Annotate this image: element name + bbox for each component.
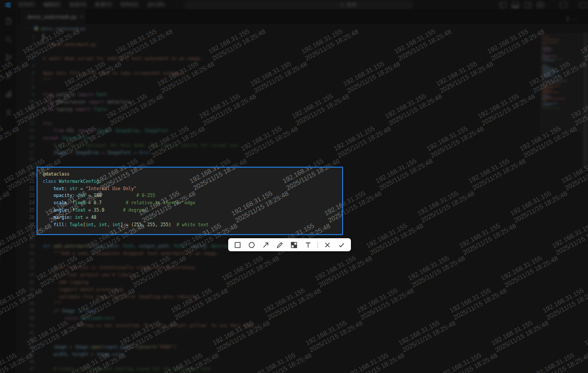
- code-line[interactable]: 3: [18, 48, 540, 55]
- minimap-line: [542, 94, 546, 95]
- search-icon[interactable]: [3, 34, 14, 44]
- nav-forward-button[interactable]: →: [174, 2, 179, 7]
- code-line[interactable]: 14 from PIL import Image, ImageDraw, Ima…: [18, 127, 540, 134]
- editor-actions[interactable]: ⫿⋯: [567, 16, 581, 22]
- menu-item[interactable]: 查看(V): [92, 1, 114, 9]
- code-line[interactable]: 39 if Image is None:: [18, 307, 540, 314]
- extensions-icon[interactable]: [3, 89, 14, 99]
- code-line[interactable]: 6Open this file in VS Code to take scree…: [18, 69, 540, 77]
- code-line[interactable]: 32: [18, 257, 540, 264]
- activity-bar[interactable]: [0, 9, 17, 373]
- line-number: 13: [18, 121, 40, 126]
- code-line[interactable]: 41 "Pillow is not installed. Run 'pip in…: [18, 322, 540, 329]
- line-number: 37: [18, 294, 40, 299]
- run-debug-icon[interactable]: [3, 71, 14, 81]
- tool-arrow-button[interactable]: [261, 240, 271, 250]
- breadcrumb-file[interactable]: demo_watermark.py: [41, 26, 86, 31]
- code-line[interactable]: 15except ImportError:: [18, 134, 540, 142]
- code-line[interactable]: 5: [18, 62, 540, 69]
- menu-bar[interactable]: 文件(F)编辑(E)选择(S)查看(V)转到(G)运行(R): [16, 0, 167, 9]
- menu-item[interactable]: 文件(F): [16, 1, 37, 9]
- toolbar-separator: [317, 242, 318, 248]
- code-line[interactable]: 33 This function is intentionally simple…: [18, 264, 540, 272]
- toggle-sidebar-icon[interactable]: [499, 2, 507, 8]
- line-number: 11: [18, 107, 40, 112]
- tool-ellipse-button[interactable]: [247, 240, 256, 250]
- notifications-icon[interactable]: [560, 2, 567, 8]
- code-line[interactable]: 12: [18, 113, 540, 120]
- minimap-line: [542, 97, 551, 98]
- tool-rectangle-button[interactable]: [233, 240, 242, 250]
- line-number: 46: [18, 359, 40, 364]
- line-content: - add logging: [43, 279, 88, 285]
- code-line[interactable]: 40 raise RuntimeError(: [18, 314, 540, 322]
- breadcrumb[interactable]: ⋯ › demo_watermark.py: [18, 24, 588, 32]
- tab-demo-watermark[interactable]: demo_watermark.py ×: [20, 9, 86, 24]
- code-line[interactable]: 46: [18, 358, 540, 365]
- line-content: "Pillow is not installed. Run 'pip insta…: [43, 323, 260, 328]
- nav-back-button[interactable]: ←: [163, 2, 168, 7]
- code-line[interactable]: 8: [18, 84, 540, 91]
- code-line[interactable]: 7""": [18, 77, 540, 84]
- minimap[interactable]: [541, 33, 580, 367]
- capture-selection-rect[interactable]: [37, 167, 343, 235]
- menu-overflow-button[interactable]: ···: [148, 1, 154, 7]
- window-controls-icon[interactable]: [580, 2, 587, 8]
- minimap-line: [542, 36, 549, 37]
- tool-cancel-button[interactable]: [323, 240, 332, 250]
- line-number: 12: [18, 114, 40, 119]
- code-line[interactable]: 42 ): [18, 329, 540, 336]
- line-number: 43: [18, 337, 40, 342]
- menu-item[interactable]: 选择(S): [67, 1, 88, 9]
- tool-confirm-button[interactable]: [337, 240, 346, 250]
- code-line[interactable]: 9from pathlib import Path: [18, 91, 540, 98]
- account-icon[interactable]: [3, 107, 14, 118]
- scrollbar-thumb[interactable]: [583, 33, 588, 168]
- code-line[interactable]: 2"""demo_watermark.py: [18, 41, 540, 48]
- line-number: 1: [18, 34, 40, 40]
- minimap-line: [542, 92, 559, 93]
- code-line[interactable]: 43: [18, 336, 540, 343]
- code-line[interactable]: 44 image = Image.open(input_path).conver…: [18, 343, 540, 351]
- line-number: 7: [18, 78, 40, 83]
- tool-pen-button[interactable]: [275, 240, 285, 250]
- tab-close-icon[interactable]: ×: [80, 14, 83, 20]
- code-line[interactable]: 16 # Pillow is optional for this demo. T…: [18, 142, 540, 149]
- minimap-line: [542, 104, 552, 106]
- line-number: 3: [18, 49, 40, 54]
- line-number: 39: [18, 308, 40, 313]
- code-line[interactable]: 13try:: [18, 120, 540, 127]
- toggle-secondary-sidebar-icon[interactable]: [524, 2, 532, 8]
- code-line[interactable]: 10from dataclasses import dataclass: [18, 98, 540, 106]
- minimap-line: [542, 57, 549, 58]
- line-content: - support batch processing: [43, 287, 123, 292]
- source-control-icon[interactable]: [3, 52, 14, 63]
- command-center-search[interactable]: 搜索: [184, 1, 413, 9]
- code-line[interactable]: 45 width, height = image.size: [18, 351, 540, 358]
- line-content: """: [43, 301, 62, 306]
- explorer-icon[interactable]: [3, 16, 14, 26]
- code-line[interactable]: 4A small demo script for adding a text w…: [18, 55, 540, 62]
- customize-layout-icon[interactable]: [537, 2, 544, 8]
- code-line[interactable]: 1: [18, 33, 540, 41]
- text-caret: [43, 34, 44, 40]
- menu-item[interactable]: 编辑(E): [41, 1, 63, 9]
- code-line[interactable]: 35 - add logging: [18, 278, 540, 286]
- code-line[interactable]: 11from typing import Tuple: [18, 106, 540, 113]
- code-line[interactable]: 47 # Create a transparent overlay sized …: [18, 365, 540, 372]
- minimap-line: [542, 100, 547, 101]
- code-line[interactable]: 36 - support batch processing: [18, 286, 540, 293]
- tool-mosaic-button[interactable]: [289, 240, 299, 250]
- tool-text-button[interactable]: [303, 240, 313, 250]
- code-line[interactable]: 17 Image = ImageDraw = ImageFont = None: [18, 149, 540, 156]
- code-line[interactable]: 34 In a real project you'd likely:: [18, 271, 540, 278]
- minimap-line: [542, 87, 554, 88]
- code-line[interactable]: 38 """: [18, 300, 540, 307]
- menu-item[interactable]: 转到(G): [119, 1, 140, 9]
- line-content: Image = ImageDraw = ImageFont = None: [43, 150, 150, 155]
- breadcrumb-root[interactable]: ⋯: [22, 26, 27, 31]
- code-line[interactable]: 37 - validate file types and error handl…: [18, 293, 540, 300]
- vertical-scrollbar[interactable]: [583, 33, 588, 373]
- toggle-panel-icon[interactable]: [512, 2, 519, 8]
- code-line[interactable]: 18: [18, 156, 540, 164]
